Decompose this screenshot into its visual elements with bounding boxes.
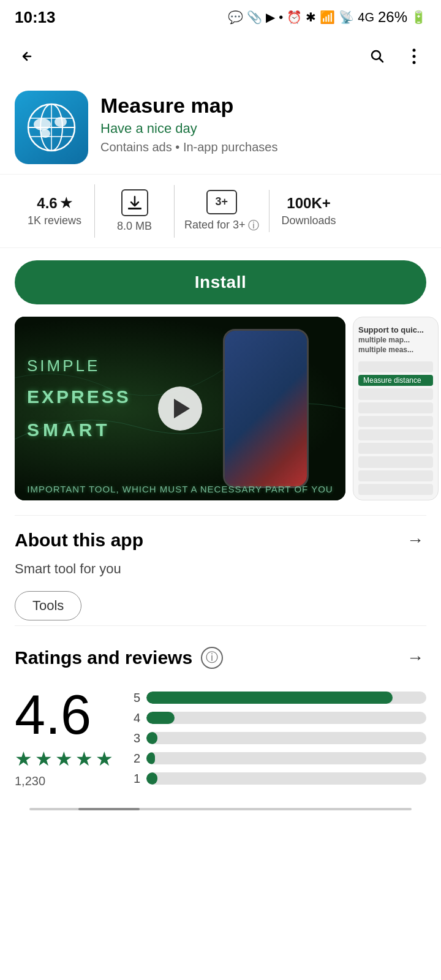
bar-fill-4 <box>146 712 175 724</box>
menu-line-8 <box>358 456 433 467</box>
status-bar: 10:13 💬 📎 ▶ • ⏰ ✱ 📶 📡 4G 26% 🔋 <box>0 0 441 34</box>
size-stat: 8.0 MB <box>94 184 174 238</box>
big-score: 4.6 ★ ★ ★ ★ ★ 1,230 <box>15 687 113 788</box>
more-options-button[interactable] <box>397 39 431 74</box>
bar-label-3: 3 <box>128 731 140 745</box>
svg-point-2 <box>413 55 416 58</box>
video-line-3: SMART <box>27 413 131 447</box>
ratings-arrow-button[interactable]: → <box>404 646 426 670</box>
ratings-info-button[interactable]: ⓘ <box>201 647 223 669</box>
ratings-header: Ratings and reviews ⓘ → <box>15 646 426 670</box>
phone-mockup <box>223 329 309 488</box>
about-description: Smart tool for you <box>15 560 426 579</box>
info-icon: ⓘ <box>248 218 259 233</box>
in-app-purchases: In-app purchases <box>183 140 278 154</box>
bar-track-2 <box>146 752 426 764</box>
video-screenshot[interactable]: SIMPLE EXPRESS SMART IMPORTANT TOOL, WHI… <box>15 317 345 500</box>
app-developer[interactable]: Have a nice day <box>100 121 426 137</box>
bar-track-5 <box>146 692 426 704</box>
bar-fill-2 <box>146 752 155 764</box>
ratings-body: 4.6 ★ ★ ★ ★ ★ 1,230 5 4 <box>15 687 426 788</box>
battery-level: 26% <box>378 9 407 26</box>
star-1: ★ <box>15 747 32 771</box>
bar-row-3: 3 <box>128 731 426 745</box>
install-section: Install <box>0 248 441 317</box>
back-button[interactable] <box>10 39 44 74</box>
big-score-number: 4.6 <box>15 687 91 742</box>
phone-screen <box>225 331 307 486</box>
whatsapp-icon: 💬 <box>228 10 243 24</box>
bar-row-5: 5 <box>128 691 426 705</box>
about-arrow-button[interactable]: → <box>404 528 426 552</box>
rating-label: 1K reviews <box>28 214 81 227</box>
scroll-thumb <box>78 808 140 810</box>
menu-line-3 <box>358 388 433 399</box>
about-title: About this app <box>15 530 143 551</box>
svg-rect-13 <box>128 208 141 209</box>
app-icon <box>15 91 88 164</box>
nav-bar <box>0 34 441 78</box>
bluetooth-icon: ✱ <box>306 10 316 24</box>
reviews-count: 1,230 <box>15 774 45 788</box>
stars-row: ★ ★ ★ ★ ★ <box>15 747 113 771</box>
install-button[interactable]: Install <box>15 260 426 304</box>
play-button[interactable] <box>158 386 202 431</box>
rating-stat[interactable]: 4.6 ★ 1K reviews <box>15 190 94 232</box>
bar-fill-5 <box>146 692 393 704</box>
menu-line-10 <box>358 484 433 495</box>
about-header: About this app → <box>15 528 426 552</box>
bar-label-1: 1 <box>128 772 140 786</box>
svg-point-3 <box>413 61 416 64</box>
screenshots-scroll: SIMPLE EXPRESS SMART IMPORTANT TOOL, WHI… <box>0 317 441 500</box>
second-screenshot[interactable]: Support to quic... multiple map... multi… <box>353 317 439 500</box>
video-line-1: SIMPLE <box>27 352 131 380</box>
play-triangle-icon <box>174 399 190 418</box>
tools-tag[interactable]: Tools <box>15 591 81 620</box>
rating-age-stat[interactable]: 3+ Rated for 3+ ⓘ <box>174 185 269 238</box>
menu-line-1 <box>358 361 433 372</box>
menu-line-7 <box>358 443 433 454</box>
bar-fill-1 <box>146 772 157 785</box>
bar-label-5: 5 <box>128 691 140 705</box>
menu-line-6 <box>358 429 433 440</box>
downloads-value: 100K+ <box>287 195 330 212</box>
status-icons: 💬 📎 ▶ • ⏰ ✱ 📶 📡 4G 26% 🔋 <box>228 9 426 26</box>
screenshots-section: SIMPLE EXPRESS SMART IMPORTANT TOOL, WHI… <box>0 317 441 515</box>
bar-fill-3 <box>146 732 157 744</box>
bar-track-4 <box>146 712 426 724</box>
video-bottom-text: IMPORTANT TOOL, WHICH MUST A NECESSARY P… <box>15 484 345 494</box>
age-rating-icon: 3+ <box>206 190 237 214</box>
nav-actions <box>360 39 431 74</box>
ratings-bars: 5 4 3 2 1 <box>128 687 426 786</box>
menu-line-4 <box>358 402 433 413</box>
second-screenshot-title: Support to quic... multiple map... multi… <box>358 322 433 359</box>
search-button[interactable] <box>360 39 394 74</box>
alarm-icon: ⏰ <box>287 10 302 24</box>
scroll-track <box>29 808 412 810</box>
svg-point-12 <box>55 117 67 127</box>
wifi-icon: 📶 <box>320 10 335 24</box>
bar-row-1: 1 <box>128 772 426 786</box>
video-text: SIMPLE EXPRESS SMART <box>27 352 131 447</box>
star-2: ★ <box>35 747 53 771</box>
svg-point-1 <box>413 49 416 52</box>
dot-icon: • <box>279 10 283 24</box>
stats-row: 4.6 ★ 1K reviews 8.0 MB 3+ Rated for 3+ … <box>0 174 441 248</box>
downloads-stat: 100K+ Downloads <box>269 190 349 232</box>
bar-label-2: 2 <box>128 752 140 766</box>
star-3: ★ <box>55 747 73 771</box>
menu-line-5 <box>358 416 433 427</box>
rating-value: 4.6 ★ <box>37 195 72 212</box>
bar-label-4: 4 <box>128 711 140 725</box>
status-time: 10:13 <box>15 8 56 27</box>
attachment-icon: 📎 <box>247 10 262 24</box>
app-header: Measure map Have a nice day Contains ads… <box>0 78 441 174</box>
menu-line-9 <box>358 470 433 481</box>
svg-point-10 <box>34 118 51 130</box>
menu-line-active: Measure distance <box>358 375 433 386</box>
phone-mockups <box>198 323 333 494</box>
scroll-hint-area <box>15 808 426 810</box>
youtube-icon: ▶ <box>266 10 275 24</box>
video-line-2: EXPRESS <box>27 380 131 413</box>
app-meta: Contains ads • In-app purchases <box>100 140 426 154</box>
